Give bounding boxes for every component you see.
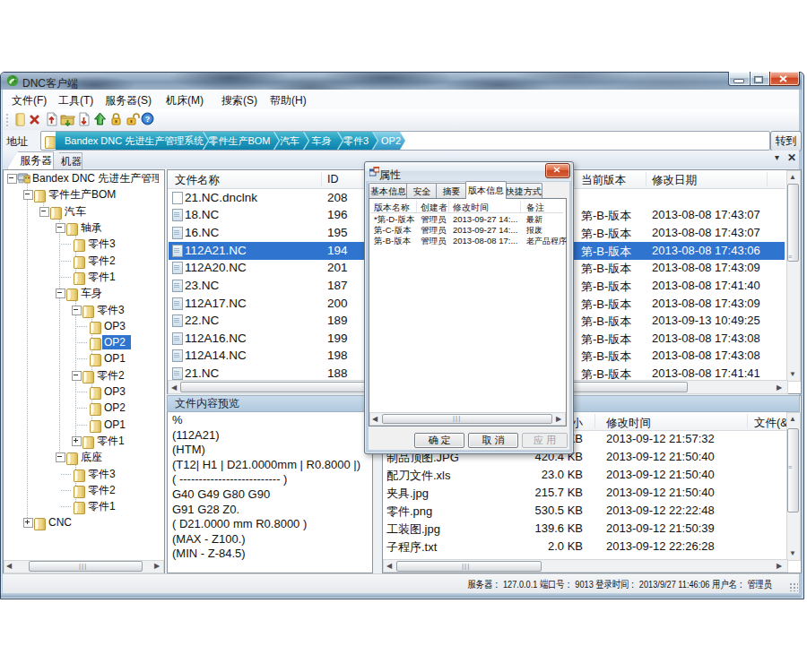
svg-text:?: ? [145,115,151,124]
